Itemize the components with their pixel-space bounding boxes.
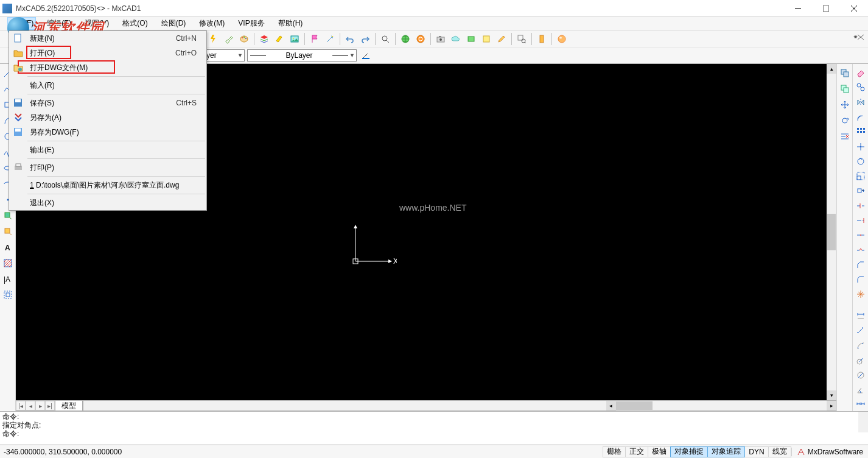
- tool-copy-icon[interactable]: [838, 66, 852, 80]
- tool-dim-radius-icon[interactable]: [854, 354, 867, 367]
- tool-ball-icon[interactable]: [555, 32, 569, 46]
- cmd-scrollbar[interactable]: [858, 412, 868, 432]
- tool-redo-icon[interactable]: [359, 32, 372, 46]
- scroll-down-icon[interactable]: ▾: [827, 390, 836, 400]
- tool-move2-icon[interactable]: [854, 140, 867, 152]
- menu-modify[interactable]: 修改(M): [197, 17, 227, 30]
- status-polar[interactable]: 极轴: [648, 446, 671, 457]
- tool-array-icon[interactable]: [854, 125, 867, 138]
- tab-next-icon[interactable]: ▸: [35, 401, 45, 410]
- tool-globe-icon[interactable]: [399, 32, 412, 46]
- tool-rect-icon[interactable]: [464, 32, 478, 46]
- tool-explode-icon[interactable]: [854, 288, 867, 300]
- tool-extend-icon[interactable]: [854, 214, 867, 227]
- tool-chamfer-icon[interactable]: [854, 259, 867, 271]
- tool-zoom-icon[interactable]: [379, 32, 392, 46]
- tool-camera-icon[interactable]: [434, 32, 447, 46]
- tool-cloud-icon[interactable]: [449, 32, 463, 46]
- menu-item-open[interactable]: 打开(O) Ctrl+O: [9, 46, 206, 60]
- tool-dim-arc-icon[interactable]: [854, 339, 867, 351]
- vertical-scrollbar[interactable]: ▴ ▾: [827, 64, 836, 400]
- maximize-button[interactable]: [812, 0, 840, 17]
- tool-dim-aligned-icon[interactable]: [854, 325, 867, 337]
- tool-region-icon[interactable]: [1, 288, 15, 301]
- tool-scale-icon[interactable]: [854, 170, 867, 182]
- scroll-up-icon[interactable]: ▴: [827, 64, 836, 74]
- scroll-right-icon[interactable]: ▸: [827, 401, 836, 410]
- tool-mtext-icon[interactable]: |A: [1, 272, 15, 286]
- tool-wand-icon[interactable]: [323, 32, 337, 46]
- tool-dim-linear-icon[interactable]: [854, 310, 867, 322]
- tool-hatch-icon[interactable]: [1, 256, 15, 270]
- minimize-button[interactable]: [784, 0, 812, 17]
- tool-fillet-icon[interactable]: [854, 273, 867, 286]
- menu-format[interactable]: 格式(O): [120, 17, 150, 30]
- menu-item-new[interactable]: 新建(N) Ctrl+N: [9, 31, 206, 46]
- tool-image-icon[interactable]: [288, 32, 301, 46]
- menu-item-import[interactable]: 输入(R): [9, 78, 206, 93]
- tool-block-make-icon[interactable]: [1, 225, 15, 238]
- tool-rotate2-icon[interactable]: [854, 155, 867, 167]
- command-line[interactable]: 命令: 指定对角点: 命令:: [0, 411, 868, 445]
- tool-palette-icon[interactable]: [237, 32, 251, 46]
- tool-note-icon[interactable]: [480, 32, 493, 46]
- status-lwt[interactable]: 线宽: [768, 446, 791, 457]
- tool-line-color-icon[interactable]: [359, 49, 373, 62]
- tool-move-icon[interactable]: [838, 98, 852, 111]
- tool-copyclip-icon[interactable]: [838, 82, 852, 96]
- tool-dim-angular-icon[interactable]: [854, 384, 867, 396]
- menu-item-recent-1[interactable]: 1 D:\tools\桌面\图片素材\河东\医疗室立面.dwg: [9, 178, 206, 192]
- tool-zoom-box-icon[interactable]: [515, 32, 528, 46]
- tool-trim2-icon[interactable]: [854, 200, 867, 212]
- tool-mirror-icon[interactable]: [854, 96, 867, 108]
- tool-stretch-icon[interactable]: [854, 185, 867, 197]
- cmd-input[interactable]: 命令:: [2, 429, 866, 444]
- tool-break-icon[interactable]: [854, 244, 867, 256]
- tool-rotate-icon[interactable]: [838, 114, 852, 127]
- menu-item-save-dwg[interactable]: 另存为DWG(F): [9, 125, 206, 139]
- layer-combo[interactable]: yer ▼: [202, 49, 245, 62]
- menu-item-exit[interactable]: 退出(X): [9, 196, 206, 210]
- tool-text-a-icon[interactable]: A: [1, 241, 15, 254]
- status-grid[interactable]: 栅格: [603, 446, 626, 457]
- tool-layers-icon[interactable]: [257, 32, 271, 46]
- tool-lightning-icon[interactable]: [207, 32, 220, 46]
- tool-highlight-icon[interactable]: [273, 32, 286, 46]
- menu-item-save-as[interactable]: 另存为(A): [9, 110, 206, 125]
- tool-brush-icon[interactable]: [222, 32, 236, 46]
- status-ortho[interactable]: 正交: [625, 446, 648, 457]
- tab-model[interactable]: 模型: [55, 401, 83, 410]
- status-otrack[interactable]: 对象追踪: [707, 446, 745, 457]
- status-dyn[interactable]: DYN: [744, 446, 768, 457]
- tool-undo-icon[interactable]: [343, 32, 357, 46]
- tool-flag-icon[interactable]: [308, 32, 321, 46]
- tab-prev-icon[interactable]: ◂: [26, 401, 35, 410]
- tool-dim-continue-icon[interactable]: [854, 399, 867, 411]
- close-button[interactable]: [840, 0, 868, 17]
- linetype-combo[interactable]: ByLayer ▼: [247, 49, 357, 62]
- scroll-left-icon[interactable]: ◂: [606, 401, 616, 410]
- tab-first-icon[interactable]: |◂: [16, 401, 26, 410]
- tab-last-icon[interactable]: ▸|: [45, 401, 55, 410]
- menu-draw[interactable]: 绘图(D): [159, 17, 189, 30]
- tool-offset-icon[interactable]: [854, 111, 867, 123]
- menu-help[interactable]: 帮助(H): [276, 17, 306, 30]
- tool-door-icon[interactable]: [535, 32, 548, 46]
- status-brand[interactable]: MxDrawSoftware: [791, 448, 868, 456]
- horizontal-scrollbar[interactable]: ◂ ▸: [83, 401, 836, 410]
- tool-globe-refresh-icon[interactable]: [414, 32, 427, 46]
- tool-erase-icon[interactable]: [854, 66, 867, 79]
- menu-vip[interactable]: VIP服务: [236, 17, 267, 30]
- toolbar-close-button[interactable]: [856, 33, 866, 41]
- tool-break-point-icon[interactable]: [854, 229, 867, 241]
- menu-item-export[interactable]: 输出(E): [9, 143, 206, 157]
- tool-dim-diameter-icon[interactable]: [854, 369, 867, 381]
- status-osnap[interactable]: 对象捕捉: [670, 446, 708, 457]
- tool-trim-icon[interactable]: [838, 130, 852, 143]
- tool-copy2-icon[interactable]: [854, 81, 867, 93]
- menu-item-print[interactable]: 打印(P): [9, 160, 206, 175]
- tool-block-insert-icon[interactable]: [1, 209, 15, 222]
- menu-item-open-dwg[interactable]: 打开DWG文件(M): [9, 60, 206, 75]
- menu-item-save[interactable]: 保存(S) Ctrl+S: [9, 96, 206, 110]
- tool-pencil-icon[interactable]: [495, 32, 508, 46]
